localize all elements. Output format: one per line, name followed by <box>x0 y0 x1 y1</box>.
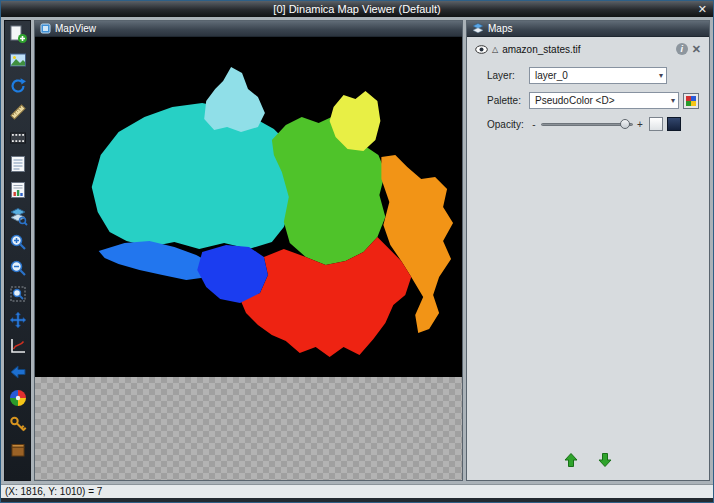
palette-field-row: Palette: PseudoColor <D> ▾ <box>487 92 701 109</box>
window-title: [0] Dinamica Map Viewer (Default) <box>1 1 713 17</box>
zoom-in-button[interactable] <box>7 231 29 253</box>
mapview-title: MapView <box>55 23 96 34</box>
paint-bucket-icon <box>8 440 28 460</box>
opacity-field-row: Opacity: - + <box>487 117 701 131</box>
zoom-in-icon <box>8 232 28 252</box>
export-image-button[interactable] <box>7 49 29 71</box>
move-layer-up-button[interactable] <box>560 450 582 470</box>
maps-content: △ amazon_states.tif i ✕ Layer: layer_0 ▾… <box>467 37 709 480</box>
palette-label: Palette: <box>487 95 529 106</box>
amazon-states-map <box>35 37 462 377</box>
window-titlebar[interactable]: [0] Dinamica Map Viewer (Default) ✕ <box>1 1 713 17</box>
layer-select[interactable]: layer_0 ▾ <box>529 67 667 84</box>
paint-bucket-button[interactable] <box>7 439 29 461</box>
new-map-button[interactable] <box>7 23 29 45</box>
zoom-box-button[interactable] <box>7 283 29 305</box>
mapview-body <box>35 37 462 480</box>
window-bottom-edge <box>1 498 713 502</box>
zoom-out-icon <box>8 258 28 278</box>
measure-button[interactable] <box>7 101 29 123</box>
palette-editor-button[interactable] <box>683 93 699 109</box>
info-icon[interactable]: i <box>676 43 688 55</box>
measure-icon <box>8 102 28 122</box>
report-button[interactable] <box>7 179 29 201</box>
pan-icon <box>8 310 28 330</box>
status-bar: (X: 1816, Y: 1010) = 7 <box>1 484 713 498</box>
table-icon <box>8 154 28 174</box>
region-roraima <box>204 67 265 132</box>
layers-inspect-button[interactable] <box>7 205 29 227</box>
export-image-icon <box>8 50 28 70</box>
arrow-up-icon <box>563 452 579 468</box>
region-rondonia <box>197 245 268 303</box>
plot-axes-button[interactable] <box>7 335 29 357</box>
transparent-background-area <box>35 377 462 480</box>
coordinate-readout: (X: 1816, Y: 1010) = 7 <box>5 486 102 497</box>
maps-empty-space <box>475 135 701 450</box>
region-amazonas <box>92 103 292 249</box>
palette-select-value: PseudoColor <D> <box>535 95 615 106</box>
refresh-icon <box>8 76 28 96</box>
maps-titlebar[interactable]: Maps <box>467 21 709 37</box>
maps-layers-icon <box>472 23 484 34</box>
mapview-panel: MapView <box>34 20 463 481</box>
back-icon <box>8 362 28 382</box>
maps-title: Maps <box>488 23 512 34</box>
transparency-toggle-button[interactable] <box>649 117 663 131</box>
layers-inspect-icon <box>8 206 28 226</box>
layer-label: Layer: <box>487 70 529 81</box>
new-map-icon <box>8 24 28 44</box>
move-layer-down-button[interactable] <box>594 450 616 470</box>
window-close-icon[interactable]: ✕ <box>698 1 707 17</box>
maps-panel: Maps △ amazon_states.tif i ✕ Layer: laye… <box>466 20 710 481</box>
map-canvas[interactable] <box>35 37 462 377</box>
remove-layer-icon[interactable]: ✕ <box>692 43 701 55</box>
layer-item-row: △ amazon_states.tif i ✕ <box>475 43 701 55</box>
map-viewer-window: [0] Dinamica Map Viewer (Default) ✕ <box>0 0 714 503</box>
layer-select-value: layer_0 <box>535 70 568 81</box>
zoom-box-icon <box>8 284 28 304</box>
opacity-slider[interactable] <box>541 117 633 131</box>
visibility-eye-icon[interactable] <box>475 45 488 54</box>
zoom-out-button[interactable] <box>7 257 29 279</box>
film-strip-button[interactable] <box>7 127 29 149</box>
report-icon <box>8 180 28 200</box>
mapview-icon <box>40 23 51 34</box>
layer-order-controls <box>475 450 701 474</box>
expander-icon[interactable]: △ <box>492 45 498 54</box>
layer-item-name[interactable]: amazon_states.tif <box>502 44 580 55</box>
palette-select[interactable]: PseudoColor <D> ▾ <box>529 92 679 109</box>
chevron-down-icon: ▾ <box>667 96 675 105</box>
key-button[interactable] <box>7 413 29 435</box>
opacity-plus-button[interactable]: + <box>635 119 645 130</box>
pan-button[interactable] <box>7 309 29 331</box>
color-grid-icon <box>686 96 696 106</box>
background-color-button[interactable] <box>667 117 681 131</box>
left-toolbar <box>4 20 31 481</box>
color-wheel-icon <box>8 388 28 408</box>
window-content: MapView <box>1 17 713 484</box>
layer-field-row: Layer: layer_0 ▾ <box>487 67 701 84</box>
mapview-titlebar[interactable]: MapView <box>35 21 462 37</box>
opacity-minus-button[interactable]: - <box>529 119 539 130</box>
film-strip-icon <box>8 128 28 148</box>
opacity-slider-handle[interactable] <box>620 119 630 129</box>
opacity-label: Opacity: <box>487 119 529 130</box>
chevron-down-icon: ▾ <box>655 71 663 80</box>
refresh-button[interactable] <box>7 75 29 97</box>
back-button[interactable] <box>7 361 29 383</box>
table-button[interactable] <box>7 153 29 175</box>
arrow-down-icon <box>597 452 613 468</box>
key-icon <box>8 414 28 434</box>
plot-axes-icon <box>8 336 28 356</box>
color-wheel-button[interactable] <box>7 387 29 409</box>
